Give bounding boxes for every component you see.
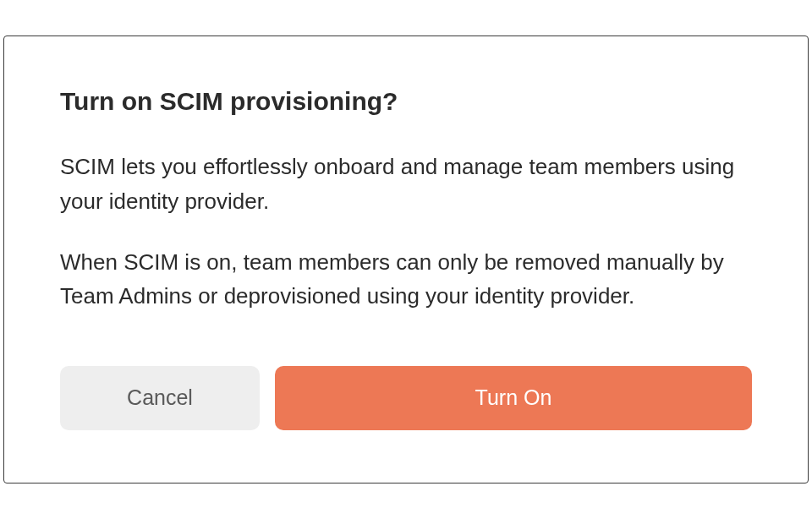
dialog-paragraph-2: When SCIM is on, team members can only b… (60, 245, 752, 314)
dialog-title: Turn on SCIM provisioning? (60, 87, 752, 116)
dialog-actions: Cancel Turn On (60, 366, 752, 430)
confirmation-dialog: Turn on SCIM provisioning? SCIM lets you… (3, 36, 809, 483)
dialog-paragraph-1: SCIM lets you effortlessly onboard and m… (60, 150, 752, 218)
cancel-button[interactable]: Cancel (60, 366, 260, 430)
dialog-body: SCIM lets you effortlessly onboard and m… (60, 150, 752, 313)
turn-on-button[interactable]: Turn On (275, 366, 752, 430)
